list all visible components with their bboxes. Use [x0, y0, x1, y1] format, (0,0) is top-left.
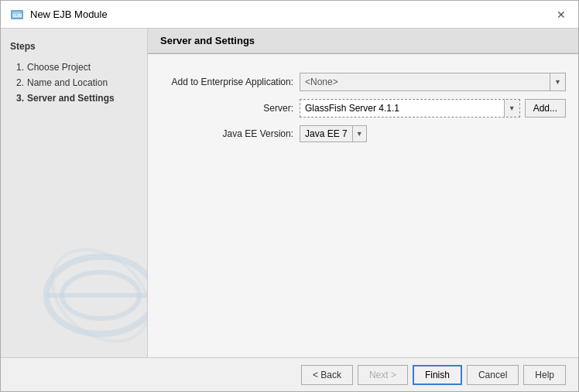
server-select[interactable]: GlassFish Server 4.1.1 ▼	[300, 99, 520, 118]
section-divider	[148, 53, 578, 54]
enterprise-app-select[interactable]: <None> ▼	[300, 73, 566, 91]
server-select-wrapper[interactable]: GlassFish Server 4.1.1 ▼	[300, 99, 520, 118]
enterprise-app-dropdown-arrow[interactable]: ▼	[550, 73, 565, 90]
java-ee-field: Java EE 7 ▼	[300, 125, 566, 142]
enterprise-app-label: Add to Enterprise Application:	[160, 77, 300, 87]
step-1: 1. Choose Project	[10, 60, 138, 75]
step-2-label: Name and Location	[27, 77, 108, 88]
dialog-body: Steps 1. Choose Project 2. Name and Loca…	[1, 29, 578, 357]
cancel-button[interactable]: Cancel	[467, 365, 519, 385]
ejb-icon: EJB	[10, 8, 24, 22]
sidebar: Steps 1. Choose Project 2. Name and Loca…	[1, 29, 148, 357]
next-button[interactable]: Next >	[358, 365, 408, 385]
steps-label: Steps	[10, 41, 138, 52]
server-field: GlassFish Server 4.1.1 ▼ Add...	[300, 99, 566, 118]
form-area: Add to Enterprise Application: <None> ▼ …	[148, 63, 578, 357]
title-bar: EJB New EJB Module ✕	[1, 1, 578, 29]
step-1-number: 1.	[10, 62, 24, 73]
footer: < Back Next > Finish Cancel Help	[1, 357, 578, 391]
step-2: 2. Name and Location	[10, 75, 138, 90]
dialog-title: New EJB Module	[30, 9, 108, 20]
enterprise-app-row: Add to Enterprise Application: <None> ▼	[160, 73, 566, 91]
main-content: Server and Settings Add to Enterprise Ap…	[148, 29, 578, 357]
close-button[interactable]: ✕	[553, 7, 569, 22]
server-row: Server: GlassFish Server 4.1.1 ▼ Add...	[160, 99, 566, 118]
server-label: Server:	[160, 103, 300, 114]
dialog: EJB New EJB Module ✕ Steps 1. Choose Pro…	[0, 0, 579, 392]
add-server-button[interactable]: Add...	[525, 99, 566, 118]
step-2-number: 2.	[10, 77, 24, 88]
finish-button[interactable]: Finish	[413, 365, 462, 385]
enterprise-app-value: <None>	[300, 77, 550, 87]
java-ee-select-wrapper[interactable]: Java EE 7 ▼	[300, 125, 367, 142]
server-dropdown-arrow[interactable]: ▼	[504, 100, 519, 117]
step-1-label: Choose Project	[27, 62, 91, 73]
enterprise-app-select-wrapper[interactable]: <None> ▼	[300, 73, 566, 91]
back-button[interactable]: < Back	[301, 365, 353, 385]
section-title: Server and Settings	[148, 29, 578, 53]
java-ee-value: Java EE 7	[300, 128, 352, 139]
java-ee-label: Java EE Version:	[160, 128, 300, 139]
java-ee-dropdown-arrow[interactable]: ▼	[352, 126, 366, 141]
svg-text:EJB: EJB	[13, 13, 22, 18]
enterprise-app-field: <None> ▼	[300, 73, 566, 91]
step-3: 3. Server and Settings	[10, 90, 138, 106]
server-value: GlassFish Server 4.1.1	[300, 103, 504, 114]
java-ee-select[interactable]: Java EE 7 ▼	[300, 125, 367, 142]
java-ee-row: Java EE Version: Java EE 7 ▼	[160, 125, 566, 142]
watermark-icon	[39, 233, 148, 357]
title-bar-left: EJB New EJB Module	[10, 8, 108, 22]
step-3-number: 3.	[10, 93, 24, 104]
step-3-label: Server and Settings	[27, 93, 115, 104]
help-button[interactable]: Help	[523, 365, 566, 385]
